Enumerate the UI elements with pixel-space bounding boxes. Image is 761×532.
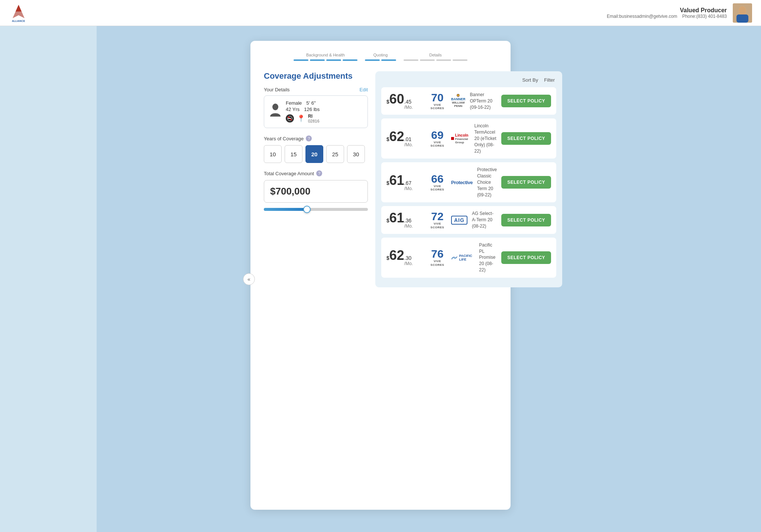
price-cents: .45 [404, 99, 413, 105]
height: 5' 6" [306, 100, 315, 106]
header: ALLIANCE INSURANCE Valued Producer Email… [0, 0, 761, 26]
header-right: Valued Producer Email:businessadmin@getv… [607, 3, 752, 23]
year-btn-15[interactable]: 15 [285, 145, 302, 163]
select-policy-lincoln[interactable]: SELECT POLICY [501, 132, 551, 145]
logo-area: ALLIANCE INSURANCE [9, 3, 28, 23]
your-details-header: Your Details Edit [264, 87, 368, 92]
step-details-bars [404, 59, 467, 61]
details-box: Female 5' 6" 42 Yrs 126 lbs [264, 95, 368, 128]
coverage-help-icon[interactable]: ? [316, 170, 322, 176]
year-btn-10[interactable]: 10 [264, 145, 282, 163]
price-pacific: $ 62 .30 /Mo. [386, 249, 424, 266]
step-quoting: Quoting [365, 53, 396, 61]
person-details: Female 5' 6" 42 Yrs 126 lbs [286, 100, 320, 123]
quote-card-pacific: $ 62 .30 /Mo. 76 VIVESCORES [381, 238, 556, 278]
step-details: Details [404, 53, 467, 61]
logo-aig: AIG [451, 216, 467, 225]
step-bar [381, 59, 396, 61]
banner-logo: 🦁 BANNER WILLIAM PENN [451, 94, 466, 108]
step-bar [310, 59, 325, 61]
price-mo: /Mo. [404, 105, 413, 110]
select-policy-banner[interactable]: SELECT POLICY [501, 95, 551, 107]
location-info: RI 02816 [308, 114, 320, 123]
price-cents: .67 [404, 180, 413, 186]
logo-lincoln: Lincoln Financial Group [451, 133, 470, 144]
details-row-2: 42 Yrs 126 lbs [286, 107, 320, 112]
select-policy-protective[interactable]: SELECT POLICY [501, 176, 551, 189]
svg-point-10 [272, 104, 278, 110]
select-policy-pacific[interactable]: SELECT POLICY [501, 251, 551, 264]
price-protective: $ 61 .67 /Mo. [386, 174, 424, 191]
vive-scores: VIVESCORES [428, 141, 447, 148]
svg-rect-9 [736, 14, 748, 23]
step-background: Background & Health [294, 53, 357, 61]
email-label: Email: [607, 14, 619, 19]
price-detail: .45 /Mo. [404, 99, 413, 110]
year-btn-30[interactable]: 30 [347, 145, 365, 163]
avatar [733, 3, 752, 23]
step-details-label: Details [429, 53, 442, 57]
step-bar [326, 59, 341, 61]
step-bar [365, 59, 380, 61]
quote-card-aig: $ 61 .36 /Mo. 72 VIVESCORES AIG [381, 206, 556, 234]
years-help-icon[interactable]: ? [306, 136, 312, 141]
year-btn-25[interactable]: 25 [326, 145, 344, 163]
price-detail: .67 /Mo. [404, 180, 413, 191]
policy-name-protective: Protective Classic Choice Term 20 (09-22… [477, 167, 497, 198]
edit-link[interactable]: Edit [360, 87, 368, 92]
vive-scores: VIVESCORES [428, 260, 447, 267]
protective-logo: Protective [451, 180, 473, 185]
dollar-sign: $ [386, 180, 389, 186]
alliance-logo: ALLIANCE INSURANCE [9, 3, 28, 23]
location-icon: 📍 [297, 114, 305, 123]
user-info: Valued Producer Email:businessadmin@getv… [607, 7, 727, 19]
step-bar [420, 59, 435, 61]
logo-protective: Protective [451, 180, 473, 185]
price-mo: /Mo. [404, 186, 413, 191]
score-pacific: 76 VIVESCORES [428, 248, 447, 267]
pacific-life-logo: PACIFIC LIFE [451, 254, 475, 261]
select-policy-aig[interactable]: SELECT POLICY [501, 214, 551, 226]
coverage-slider-track[interactable] [264, 208, 368, 211]
step-bar [453, 59, 467, 61]
quote-card-protective: $ 61 .67 /Mo. 66 VIVESCORES Pro [381, 162, 556, 202]
score-number: 76 [428, 248, 447, 260]
price-cents: .01 [404, 136, 413, 142]
policy-name-aig: AG Select-A-Term 20 (08-22) [472, 210, 497, 229]
price-main-protective: $ 61 .67 /Mo. [386, 174, 424, 191]
left-panel: Coverage Adjustments Your Details Edit [264, 71, 368, 287]
lincoln-logo: Lincoln Financial Group [451, 133, 470, 144]
price-mo: /Mo. [404, 261, 413, 266]
quotes-panel: Sort By Filter $ 60 .45 /Mo. [375, 71, 562, 287]
vive-scores: VIVESCORES [428, 222, 447, 229]
score-banner: 70 VIVESCORES [428, 92, 447, 110]
coverage-amount-input[interactable] [264, 180, 368, 203]
score-number: 70 [428, 92, 447, 103]
svg-text:ALLIANCE: ALLIANCE [12, 20, 25, 22]
step-quoting-bars [365, 59, 396, 61]
price-main-lincoln: $ 62 .01 /Mo. [386, 130, 424, 147]
detail-icons: 📍 RI 02816 [286, 114, 320, 123]
content-layout: Coverage Adjustments Your Details Edit [264, 71, 497, 287]
slider-fill [264, 208, 305, 211]
price-cents: .36 [404, 218, 413, 223]
vive-scores: VIVESCORES [428, 185, 447, 192]
chevron-left-button[interactable]: « [243, 273, 255, 285]
filter-label[interactable]: Filter [544, 77, 555, 83]
sort-by-label[interactable]: Sort By [522, 77, 538, 83]
zip: 02816 [308, 119, 320, 123]
dollar-sign: $ [386, 255, 389, 261]
main-card: Background & Health Quoting [250, 41, 511, 510]
step-bg-label: Background & Health [306, 53, 345, 57]
dollar-sign: $ [386, 218, 389, 223]
weight: 126 lbs [304, 107, 320, 112]
user-phone: (833) 401-8483 [696, 14, 727, 19]
state: RI [308, 114, 320, 119]
slider-thumb[interactable] [303, 206, 311, 213]
step-bg-bars [294, 59, 357, 61]
score-number: 72 [428, 211, 447, 222]
side-panel-left [0, 26, 97, 532]
avatar-image [733, 3, 752, 23]
year-btn-20[interactable]: 20 [305, 145, 323, 163]
score-aig: 72 VIVESCORES [428, 211, 447, 229]
